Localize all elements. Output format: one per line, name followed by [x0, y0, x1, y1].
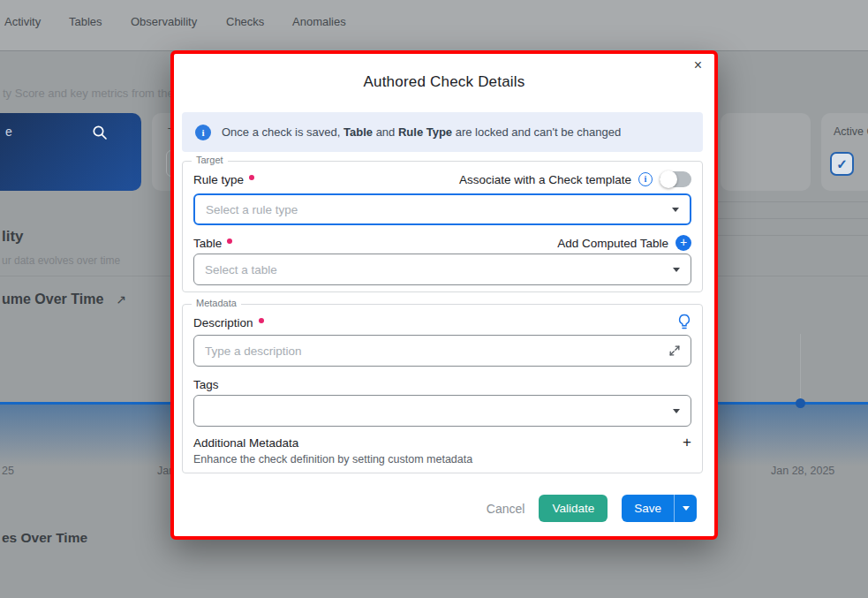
additional-metadata-label: Additional Metadata: [193, 436, 298, 450]
rule-type-select[interactable]: [193, 193, 691, 225]
target-fieldset: Target Rule type Associate with a Check …: [182, 161, 703, 292]
volume-chart-title-text: ume Over Time: [2, 291, 103, 307]
info-tooltip-icon[interactable]: i: [638, 172, 653, 186]
tags-row: Tags: [193, 375, 691, 393]
rule-type-input[interactable]: [206, 203, 672, 216]
metadata-fieldset: Metadata Description Tags Additional Met…: [182, 304, 703, 473]
save-split-button: Save: [622, 495, 697, 522]
expand-icon[interactable]: [669, 345, 680, 356]
save-options-button[interactable]: [674, 495, 697, 522]
active-checks-label: Active C: [834, 125, 868, 138]
info-banner: i Once a check is saved, Table and Rule …: [182, 112, 703, 152]
validate-button[interactable]: Validate: [539, 495, 608, 522]
score-summary-card: e: [0, 113, 141, 191]
required-indicator: [249, 175, 254, 180]
table-row: Table Add Computed Table +: [193, 234, 691, 252]
chevron-down-icon: [683, 506, 690, 511]
summary-card: [721, 113, 811, 191]
nav-item-checks[interactable]: Checks: [226, 15, 264, 28]
tags-label: Tags: [193, 378, 219, 391]
modal-footer: Cancel Validate Save: [487, 495, 697, 522]
modal-title: Authored Check Details: [174, 73, 714, 91]
associate-template-group: Associate with a Check template i: [459, 171, 691, 187]
additional-metadata-row: Additional Metadata +: [193, 434, 691, 451]
description-row: Description: [193, 314, 691, 331]
rule-type-label: Rule type: [193, 173, 254, 186]
nav-item-activity[interactable]: Activity: [4, 15, 41, 28]
nav-item-tables[interactable]: Tables: [69, 15, 102, 28]
banner-text-part: and: [373, 125, 398, 139]
add-icon[interactable]: +: [676, 235, 691, 251]
info-icon: i: [195, 125, 211, 140]
table-row-divider: [717, 235, 868, 236]
close-icon[interactable]: ×: [694, 57, 702, 73]
rule-type-label-text: Rule type: [193, 173, 244, 186]
add-computed-table-group[interactable]: Add Computed Table +: [557, 235, 691, 251]
x-axis-label: Jan 28, 2025: [771, 465, 834, 477]
associate-template-label: Associate with a Check template: [459, 173, 631, 186]
info-banner-text: Once a check is saved, Table and Rule Ty…: [222, 125, 621, 139]
banner-text-bold: Rule Type: [398, 125, 452, 139]
chevron-down-icon: [673, 409, 680, 413]
toggle-knob: [660, 170, 677, 188]
chart-data-point[interactable]: [796, 398, 805, 408]
table-label-text: Table: [193, 237, 222, 250]
page-subtitle: ty Score and key metrics from the sc: [3, 87, 188, 100]
additional-metadata-hint: Enhance the check definition by setting …: [193, 453, 472, 466]
metadata-legend: Metadata: [192, 298, 241, 308]
chart-gridline: [800, 334, 801, 403]
nav-item-observability[interactable]: Observability: [131, 15, 197, 28]
tags-input[interactable]: [205, 405, 673, 418]
banner-text-bold: Table: [343, 125, 373, 139]
check-square-icon: ✓: [830, 152, 854, 176]
associate-template-toggle[interactable]: [660, 171, 691, 187]
observability-section-title: lity: [2, 228, 24, 246]
save-button[interactable]: Save: [622, 495, 674, 522]
nav-item-anomalies[interactable]: Anomalies: [292, 15, 346, 28]
search-icon[interactable]: [92, 125, 108, 140]
table-label: Table: [193, 237, 232, 250]
table-row-divider: [717, 218, 868, 219]
top-navigation-bar: Activity Tables Observability Checks Ano…: [0, 0, 868, 51]
description-input[interactable]: [205, 344, 669, 358]
table-row-divider: [717, 201, 868, 202]
description-label-text: Description: [193, 316, 253, 329]
target-legend: Target: [192, 155, 228, 165]
required-indicator: [259, 318, 264, 323]
external-link-icon[interactable]: ↗: [116, 292, 126, 307]
cancel-button[interactable]: Cancel: [487, 502, 525, 516]
rule-type-row: Rule type Associate with a Check templat…: [193, 170, 691, 188]
observability-section-subtitle: ur data evolves over time: [2, 254, 120, 267]
banner-text-part: are locked and can't be changed: [452, 125, 621, 139]
table-input[interactable]: [205, 263, 673, 276]
chevron-down-icon: [673, 268, 680, 272]
banner-text-part: Once a check is saved,: [222, 125, 343, 139]
table-select[interactable]: [193, 254, 691, 285]
volume-chart-title: ume Over Time↗: [2, 291, 126, 307]
required-indicator: [227, 238, 232, 244]
tags-select[interactable]: [193, 395, 691, 427]
add-metadata-icon[interactable]: +: [683, 434, 691, 451]
authored-check-details-modal: × Authored Check Details i Once a check …: [170, 50, 718, 540]
active-checks-card: Active C ✓: [821, 113, 868, 191]
description-label: Description: [193, 316, 264, 329]
chevron-down-icon: [672, 208, 679, 212]
x-axis-label: 25: [2, 465, 14, 477]
description-field[interactable]: [193, 335, 691, 367]
lightbulb-icon[interactable]: [677, 314, 691, 331]
add-computed-table-label: Add Computed Table: [557, 237, 668, 250]
scores-chart-title: es Over Time: [2, 530, 87, 546]
score-card-text: e: [5, 125, 12, 139]
